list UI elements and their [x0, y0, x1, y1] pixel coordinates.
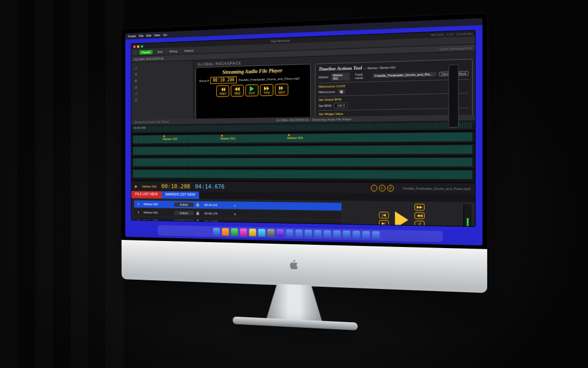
play-button[interactable]: PLAY [246, 85, 259, 96]
timeline-actions-tool: Timeline Actions Tool — Marker: Marker 0… [315, 59, 473, 119]
dock-app-icon[interactable] [342, 231, 350, 239]
tab-setlists[interactable]: Setlists [182, 48, 195, 53]
skip-back-icon[interactable]: |◀ [379, 212, 389, 219]
ffw-button[interactable]: FFW [260, 84, 273, 96]
tat-track-lbl: Track name [355, 73, 370, 80]
marker-list-tab[interactable]: MARKER LIST VIEW [162, 191, 199, 199]
rew-button[interactable]: REW [231, 85, 244, 96]
close-icon[interactable] [133, 45, 136, 48]
ffw-icon[interactable]: ▶▶ [414, 204, 425, 211]
window-title: Gig Performer [271, 39, 290, 43]
row-index: 1 [135, 202, 142, 206]
gig-performer-window: Gig Performer 48.0 kHz · 4 ch · CoreAudi… [131, 30, 475, 227]
tat-title: Timeline Actions Tool [318, 65, 362, 71]
dock-app-icon[interactable] [362, 231, 370, 239]
floating-meter[interactable] [449, 64, 459, 128]
global-sidebar: G L O B A L [131, 61, 193, 119]
bpm-value-spinner[interactable]: 126.0 [334, 102, 348, 108]
dock-app-icon[interactable] [222, 228, 229, 236]
dock-app-icon[interactable] [323, 230, 331, 238]
tab-edit[interactable]: Edit [156, 49, 164, 53]
metro-heading: Metronome On/Off [318, 85, 345, 88]
dock-app-icon[interactable] [213, 228, 220, 236]
global-sidebar-label: G L O B A L [131, 62, 140, 105]
timeline-editor: Streaming Audio File Player GLOBAL RACKS… [131, 114, 475, 227]
row-action[interactable]: Actions [174, 219, 194, 224]
dock-app-icon[interactable] [267, 229, 274, 237]
dock-app-icon[interactable] [286, 230, 293, 237]
safp-timecode: 00:10.208 [210, 76, 237, 84]
lock-icon[interactable] [195, 211, 203, 215]
dock-app-icon[interactable] [231, 228, 238, 236]
minimize-icon[interactable] [137, 45, 139, 48]
delete-icon[interactable]: ✕ [231, 220, 238, 224]
menubar-item[interactable]: File [139, 34, 143, 38]
mac-dock[interactable] [157, 225, 443, 242]
dock-app-icon[interactable] [314, 230, 322, 238]
menubar-item[interactable]: Finder [128, 34, 136, 38]
fastfwd-icon [264, 86, 270, 91]
rew-label: REW [235, 92, 241, 95]
menubar-item[interactable]: Go [163, 33, 167, 37]
row-name: Marker 001 [144, 211, 173, 215]
divider [318, 79, 468, 83]
zoom-out-icon[interactable]: － [371, 184, 377, 191]
imac-chin [121, 240, 487, 293]
menubar-item[interactable]: View [154, 33, 160, 37]
zoom-fit-icon[interactable]: ⤢ [387, 185, 394, 191]
ruler-start: 00:00.000 [133, 126, 146, 129]
dock-app-icon[interactable] [352, 231, 360, 239]
zoom-in-icon[interactable]: ＋ [379, 184, 385, 191]
prev-button[interactable]: PREV [217, 85, 230, 97]
divider [318, 108, 468, 111]
bpm-label: Set BPM: [318, 104, 332, 107]
dock-app-icon[interactable] [295, 230, 302, 237]
file-name-small: Freddie_Freeloader_Drums_and_Piano.mp3 [403, 186, 470, 190]
app-logo-icon: ♡ [134, 51, 137, 55]
dock-app-icon[interactable] [258, 229, 265, 237]
tab-wiring[interactable]: Wiring [167, 49, 179, 53]
multitrack-waveform[interactable]: Marker 002 Marker 001 Marker 003 [131, 131, 475, 183]
rew-icon[interactable]: ◀◀ [414, 212, 425, 219]
row-action[interactable]: Actions [174, 211, 194, 215]
save-button[interactable]: Save [456, 71, 469, 76]
tat-track-value: Freddie_Freeloader_Drums_and_Piano.mp3 [372, 72, 436, 78]
dock-app-icon[interactable] [277, 229, 284, 237]
ffw-label: FFW [264, 91, 270, 94]
dock-app-icon[interactable] [372, 231, 379, 239]
lock-icon[interactable] [195, 203, 203, 207]
output-meter [463, 204, 471, 227]
delete-icon[interactable]: ✕ [231, 212, 238, 216]
skip-forward-icon[interactable]: ▶| [379, 220, 389, 227]
tat-subtitle: — Marker: Marker 002 [363, 65, 395, 70]
loop-icon[interactable]: ↺ [414, 221, 425, 227]
streaming-audio-player: Streaming Audio File Player Show # 00:10… [195, 64, 310, 120]
prev-icon [220, 87, 226, 92]
desktop: Finder File Edit View Go Gig Performer 4… [125, 18, 482, 245]
big-play-button[interactable] [392, 210, 411, 227]
next-label: NEXT [278, 91, 285, 94]
dock-app-icon[interactable] [333, 230, 341, 238]
tat-marker-lbl: Marker [318, 75, 328, 79]
transport-controls: PREV REW PLAY [199, 83, 307, 97]
next-icon [279, 85, 285, 91]
lock-icon[interactable] [195, 220, 203, 224]
next-button[interactable]: NEXT [275, 83, 289, 95]
file-list-tab[interactable]: FILE LIST VIEW [131, 191, 161, 198]
traffic-lights[interactable] [133, 45, 143, 47]
tat-marker-value: Marker 002 [330, 73, 350, 81]
panels-button[interactable]: Panels [139, 50, 153, 55]
global-rackspace-label: GLOBAL RACKSPACE [134, 57, 164, 61]
cancel-button[interactable]: Cancel [438, 71, 454, 76]
delete-icon[interactable]: ✕ [231, 203, 238, 207]
imac-screen: Finder File Edit View Go Gig Performer 4… [121, 13, 487, 250]
dock-app-icon[interactable] [240, 228, 247, 236]
row-index: 3 [135, 219, 142, 222]
dock-app-icon[interactable] [304, 230, 312, 237]
marker-list-panel: 1 Marker 002 Actions 00:10.111 ✕ 2 Mark [131, 198, 475, 227]
dock-app-icon[interactable] [249, 228, 256, 236]
metro-toggle[interactable]: ⏻ [338, 89, 345, 94]
zoom-icon[interactable] [141, 45, 143, 47]
menubar-item[interactable]: Edit [146, 34, 151, 37]
row-action[interactable]: Actions [174, 202, 194, 207]
